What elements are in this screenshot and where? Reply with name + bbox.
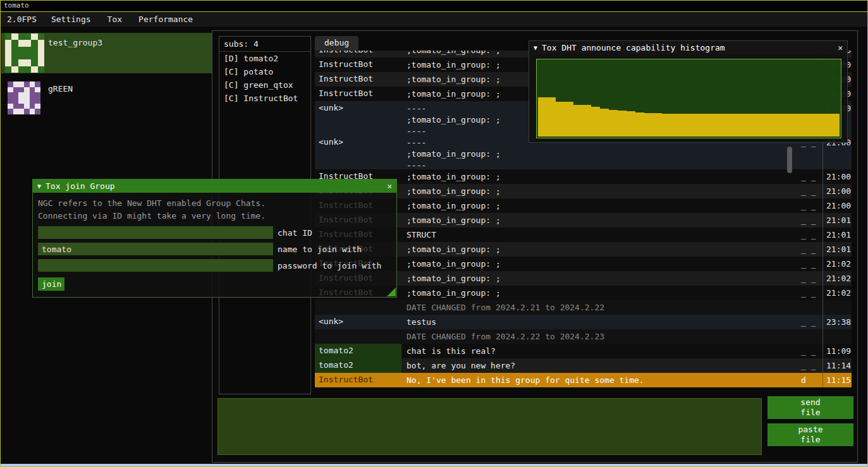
message-timestamp: 21:02 bbox=[822, 257, 852, 271]
join-window-titlebar[interactable]: ▼ Tox join Group ✕ bbox=[33, 179, 396, 193]
histogram-bar bbox=[804, 114, 813, 136]
menu-item-tox[interactable]: Tox bbox=[99, 12, 130, 27]
paste-file-button[interactable]: paste file bbox=[767, 423, 853, 446]
histogram-bar bbox=[627, 111, 635, 136]
histogram-bar bbox=[822, 114, 831, 136]
histogram-bar bbox=[565, 102, 573, 136]
chat-message-row[interactable]: InstructBot No, I've been in this group … bbox=[315, 373, 852, 387]
join-group-window: ▼ Tox join Group ✕ NGC refers to the New… bbox=[32, 179, 397, 298]
histogram-bar bbox=[680, 114, 689, 136]
message-timestamp: 23:38 bbox=[822, 315, 852, 329]
subs-member[interactable]: [C] green_qtox bbox=[219, 78, 310, 92]
histogram-bar bbox=[671, 114, 680, 136]
join-input-label: name to join with bbox=[278, 245, 362, 254]
composer: send file paste file bbox=[217, 396, 853, 456]
chat-message-row[interactable]: DATE CHANGED from 2024.2.21 to 2024.2.22 bbox=[315, 300, 852, 315]
message-timestamp: 11:09 bbox=[822, 344, 852, 358]
join-window-body: NGC refers to the New DHT enabled Group … bbox=[33, 193, 396, 297]
join-field-row: chat ID bbox=[38, 226, 391, 239]
histogram-bar bbox=[707, 114, 716, 136]
histogram-bar bbox=[547, 97, 556, 136]
close-icon[interactable]: ✕ bbox=[387, 181, 392, 191]
message-author: InstructBot bbox=[315, 72, 401, 87]
window-resize-edge[interactable] bbox=[1, 464, 867, 466]
message-timestamp: 21:01 bbox=[822, 242, 852, 257]
resize-grip-icon[interactable] bbox=[387, 288, 396, 296]
subs-member[interactable]: [C] InstructBot bbox=[219, 92, 310, 105]
dht-histogram-window: ▼ Tox DHT announce capability histogram … bbox=[529, 40, 848, 143]
group-list: test_group3 gREEN bbox=[1, 33, 212, 119]
chat-message-row[interactable]: <unk> testus _ _ 23:38 bbox=[315, 315, 852, 329]
message-text: DATE CHANGED from 2024.2.22 to 2024.2.23 bbox=[401, 329, 797, 344]
message-text: ;tomato_in_group: ; bbox=[401, 271, 797, 286]
message-input[interactable] bbox=[217, 398, 762, 455]
join-password-input[interactable] bbox=[38, 259, 273, 272]
send-file-button[interactable]: send file bbox=[767, 396, 853, 419]
chat-message-row[interactable]: tomato2 bot, are you new here? _ _ 11:14 bbox=[315, 358, 852, 373]
window-titlebar[interactable]: tomato bbox=[1, 1, 867, 12]
join-button[interactable]: join bbox=[38, 277, 64, 291]
scrollbar-thumb[interactable] bbox=[787, 147, 792, 173]
histogram-bar bbox=[795, 114, 804, 136]
chat-message-row[interactable]: DATE CHANGED from 2024.2.22 to 2024.2.23 bbox=[315, 329, 852, 344]
join-fields: chat ID name to join with password to jo… bbox=[38, 226, 391, 272]
message-author bbox=[315, 300, 401, 315]
message-timestamp: 21:00 bbox=[822, 169, 852, 184]
menu-item-settings[interactable]: Settings bbox=[43, 12, 99, 27]
histogram-bar bbox=[600, 109, 609, 136]
menubar: 2.0FPS SettingsToxPerformance bbox=[1, 12, 867, 27]
message-author: InstructBot bbox=[315, 58, 401, 72]
menu-item-performance[interactable]: Performance bbox=[130, 12, 201, 27]
message-author: tomato2 bbox=[315, 358, 401, 373]
message-text: testus bbox=[401, 315, 797, 329]
histogram-bar bbox=[733, 114, 742, 136]
message-text: ;tomato_in_group: ; bbox=[401, 213, 797, 227]
histogram-bar bbox=[698, 114, 707, 136]
group-avatar-identicon bbox=[8, 82, 40, 114]
message-text: ;tomato_in_group: ; bbox=[401, 184, 797, 198]
app-window: tomato 2.0FPS SettingsToxPerformance tes… bbox=[0, 0, 868, 467]
histogram-window-titlebar[interactable]: ▼ Tox DHT announce capability histogram … bbox=[529, 41, 847, 54]
histogram-bar bbox=[609, 110, 618, 136]
histogram-bar bbox=[662, 114, 671, 136]
message-timestamp: 21:02 bbox=[822, 286, 852, 300]
sidebar-group-gREEN[interactable]: gREEN bbox=[1, 79, 212, 119]
close-icon[interactable]: ✕ bbox=[838, 43, 843, 52]
message-text: DATE CHANGED from 2024.2.21 to 2024.2.22 bbox=[401, 300, 797, 315]
message-flags: _ _ bbox=[797, 271, 822, 286]
message-timestamp: 21:02 bbox=[822, 271, 852, 286]
window-title: tomato bbox=[4, 1, 29, 9]
message-text: STRUCT bbox=[401, 227, 797, 242]
join-name-input[interactable] bbox=[38, 243, 273, 255]
chat-message-row[interactable]: tomato2 chat is this real? _ _ 11:09 bbox=[315, 344, 852, 358]
collapse-icon[interactable]: ▼ bbox=[37, 183, 41, 190]
message-text: ;tomato_in_group: ; bbox=[401, 257, 797, 271]
message-author: InstructBot bbox=[315, 373, 401, 387]
message-text: ;tomato_in_group: ; bbox=[401, 169, 797, 184]
message-author: <unk> bbox=[315, 135, 401, 169]
message-flags: _ _ bbox=[797, 358, 822, 373]
group-name: gREEN bbox=[48, 79, 73, 119]
message-flags bbox=[797, 300, 822, 315]
message-flags: _ _ bbox=[797, 315, 822, 329]
subs-member[interactable]: [C] potato bbox=[219, 65, 310, 78]
message-text: bot, are you new here? bbox=[401, 358, 797, 373]
message-flags: _ _ bbox=[797, 286, 822, 300]
collapse-icon[interactable]: ▼ bbox=[534, 44, 537, 51]
group-name: test_group3 bbox=[48, 33, 102, 73]
fps-counter: 2.0FPS bbox=[1, 15, 43, 24]
subs-member[interactable]: [D] tomato2 bbox=[219, 52, 310, 65]
subs-list: [D] tomato2[C] potato[C] green_qtox[C] I… bbox=[219, 52, 310, 105]
message-flags: _ _ bbox=[797, 344, 822, 358]
histogram-bar bbox=[716, 114, 724, 136]
message-author: InstructBot bbox=[315, 51, 401, 58]
chat-id-input[interactable] bbox=[38, 226, 273, 239]
menu-items: SettingsToxPerformance bbox=[43, 12, 201, 27]
histogram-bar bbox=[538, 97, 547, 136]
message-timestamp: 21:00 bbox=[822, 198, 852, 213]
message-author: tomato2 bbox=[315, 344, 401, 358]
histogram-bar bbox=[573, 105, 582, 136]
tab-debug[interactable]: debug bbox=[315, 36, 358, 51]
histogram-bar bbox=[556, 102, 565, 136]
sidebar-group-test_group3[interactable]: test_group3 bbox=[1, 33, 212, 73]
